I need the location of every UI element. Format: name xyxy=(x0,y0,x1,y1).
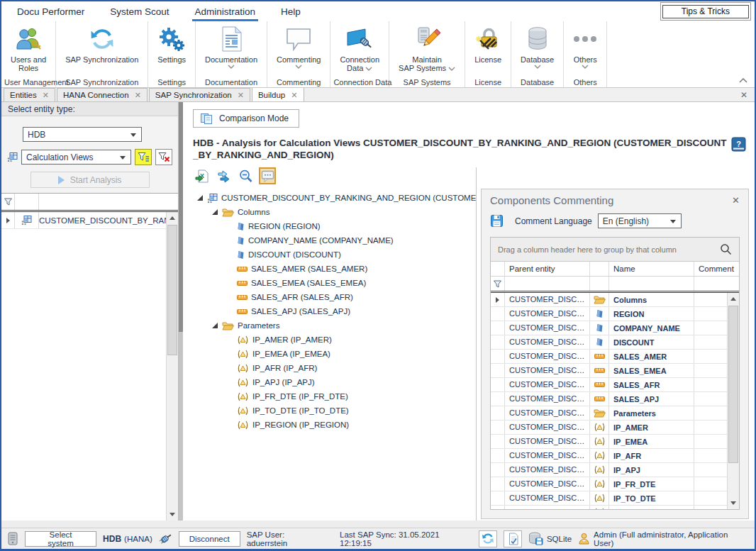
cell-comment[interactable] xyxy=(694,392,727,406)
tree-item-sales-afr[interactable]: SALES_AFR (SALES_AFR) xyxy=(193,290,476,304)
menu-item-system-scout[interactable]: System Scout xyxy=(107,1,172,21)
tab-close-icon[interactable]: ✕ xyxy=(291,91,297,99)
ribbon-group-database[interactable]: DatabaseDatabase xyxy=(511,21,564,87)
tab-close-icon[interactable]: ✕ xyxy=(238,91,244,99)
menu-item-administration[interactable]: Administration xyxy=(192,1,259,21)
ribbon-group-sap-systems[interactable]: Maintain SAP SystemsSAP Systems xyxy=(389,21,465,87)
toolbar-excel-export-button[interactable]: X xyxy=(193,167,210,184)
comment-row-columns[interactable]: CUSTOMER_DISCOUNT_BY_RANKING_AND_REGIONC… xyxy=(491,293,727,307)
cell-comment[interactable] xyxy=(694,406,727,420)
tree-item-parameters[interactable]: Parameters xyxy=(193,318,476,333)
panel-close-icon[interactable]: ✕ xyxy=(732,195,740,206)
ribbon-collapse-icon[interactable] xyxy=(739,78,747,83)
scroll-up-icon[interactable] xyxy=(167,212,178,224)
entity-grid-scrollbar[interactable] xyxy=(166,212,178,521)
toolbar-compare-button[interactable] xyxy=(215,167,232,184)
group-by-bar[interactable]: Drag a column header here to group by th… xyxy=(491,238,739,262)
ribbon-group-commenting[interactable]: CommentingCommenting xyxy=(267,21,330,87)
apply-filter-button[interactable] xyxy=(135,149,152,165)
comment-row-ip-to-dte[interactable]: CUSTOMER_DISCOUNT_BY_RANKING_AND_REGIONI… xyxy=(491,491,727,506)
comment-row-region[interactable]: CUSTOMER_DISCOUNT_BY_RANKING_AND_REGIONR… xyxy=(491,307,727,321)
ribbon-group-settings[interactable]: SettingsSettings xyxy=(148,21,196,87)
comment-row-sales-afr[interactable]: CUSTOMER_DISCOUNT_BY_RANKING_AND_REGIONS… xyxy=(491,378,727,392)
scroll-up-icon[interactable] xyxy=(728,293,739,305)
tree-expander-icon[interactable] xyxy=(212,323,218,328)
entity-grid-filter-row[interactable] xyxy=(1,194,178,212)
tree-item-columns[interactable]: Columns xyxy=(193,205,476,219)
tab-hana-connection[interactable]: HANA Connection✕ xyxy=(57,88,148,101)
tabbar-close-icon[interactable]: ✕ xyxy=(740,90,747,100)
menu-item-help[interactable]: Help xyxy=(278,1,304,21)
funnel-icon[interactable] xyxy=(493,279,502,289)
cell-comment[interactable] xyxy=(694,491,727,505)
ribbon-group-documentation[interactable]: DocumentationDocumentation xyxy=(196,21,267,87)
save-icon[interactable] xyxy=(490,214,504,228)
tree-item-ip-apj[interactable]: IP_APJ (IP_APJ) xyxy=(193,375,476,389)
cell-comment[interactable] xyxy=(694,307,727,321)
ribbon-group-others[interactable]: OthersOthers xyxy=(564,21,607,87)
start-analysis-button[interactable]: Start Analysis xyxy=(30,172,150,188)
tree-item-sales-amer[interactable]: SALES_AMER (SALES_AMER) xyxy=(193,262,476,276)
comments-grid-filter-row[interactable] xyxy=(491,277,739,293)
entity-type-select[interactable]: Calculation Views xyxy=(21,150,131,165)
cell-comment[interactable] xyxy=(694,378,727,391)
tree-expander-icon[interactable] xyxy=(197,195,203,201)
scroll-thumb[interactable] xyxy=(728,306,738,463)
scroll-down-icon[interactable] xyxy=(728,497,739,509)
ribbon-group-license[interactable]: LicenseLicense xyxy=(465,21,511,87)
tree-item-ip-fr-dte[interactable]: IP_FR_DTE (IP_FR_DTE) xyxy=(193,389,476,403)
select-system-button[interactable]: Select system xyxy=(25,531,96,547)
comment-row-sales-apj[interactable]: CUSTOMER_DISCOUNT_BY_RANKING_AND_REGIONS… xyxy=(491,392,727,406)
ribbon-group-user-management[interactable]: Users and RolesUser Management xyxy=(1,21,56,87)
scroll-down-icon[interactable] xyxy=(167,508,178,521)
column-header-parent-entity[interactable]: Parent entity xyxy=(505,262,590,276)
tree-item-ip-afr[interactable]: IP_AFR (IP_AFR) xyxy=(193,361,476,375)
ribbon-group-sap-synchronization[interactable]: SAP SynchronizationSAP Synchronization xyxy=(56,21,148,87)
help-icon[interactable]: ? xyxy=(731,137,746,152)
comment-row-discount[interactable]: CUSTOMER_DISCOUNT_BY_RANKING_AND_REGIOND… xyxy=(491,335,727,350)
comment-row-ip-region[interactable]: CUSTOMER_DISCOUNT_BY_RANKING_AND_REGIONI… xyxy=(491,506,727,509)
tree-item-ip-to-dte[interactable]: IP_TO_DTE (IP_TO_DTE) xyxy=(193,403,476,418)
comment-row-ip-amer[interactable]: CUSTOMER_DISCOUNT_BY_RANKING_AND_REGIONI… xyxy=(491,421,727,435)
tab-entities[interactable]: Entities✕ xyxy=(4,88,55,101)
search-icon[interactable] xyxy=(720,243,732,255)
cell-comment[interactable] xyxy=(694,477,727,491)
cell-comment[interactable] xyxy=(694,364,727,377)
cell-comment[interactable] xyxy=(694,435,727,448)
tab-buildup[interactable]: Buildup✕ xyxy=(252,87,304,101)
comment-row-ip-fr-dte[interactable]: CUSTOMER_DISCOUNT_BY_RANKING_AND_REGIONI… xyxy=(491,477,727,491)
tab-close-icon[interactable]: ✕ xyxy=(43,91,49,99)
column-header-comment[interactable]: Comment xyxy=(694,262,739,276)
cell-comment[interactable] xyxy=(694,293,727,306)
cell-comment[interactable] xyxy=(694,449,727,462)
comment-row-sales-amer[interactable]: CUSTOMER_DISCOUNT_BY_RANKING_AND_REGIONS… xyxy=(491,350,727,364)
tree-item-discount[interactable]: DISCOUNT (DISCOUNT) xyxy=(193,247,476,262)
tree-item-company-name[interactable]: COMPANY_NAME (COMPANY_NAME) xyxy=(193,233,476,247)
tips-tricks-button[interactable]: Tips & Tricks xyxy=(662,5,749,18)
menu-item-docu-performer[interactable]: Docu Performer xyxy=(14,1,87,21)
cell-comment[interactable] xyxy=(694,506,727,509)
comment-row-ip-emea[interactable]: CUSTOMER_DISCOUNT_BY_RANKING_AND_REGIONI… xyxy=(491,435,727,449)
tree-item-sales-emea[interactable]: SALES_EMEA (SALES_EMEA) xyxy=(193,276,476,290)
toolbar-zoom-out-button[interactable] xyxy=(237,167,254,184)
cell-comment[interactable] xyxy=(694,321,727,335)
comment-row-company-name[interactable]: CUSTOMER_DISCOUNT_BY_RANKING_AND_REGIONC… xyxy=(491,321,727,335)
tree-item-region[interactable]: REGION (REGION) xyxy=(193,219,476,233)
tree-item-ip-region[interactable]: IP_REGION (IP_REGION) xyxy=(193,418,476,432)
comment-row-parameters[interactable]: CUSTOMER_DISCOUNT_BY_RANKING_AND_REGIONP… xyxy=(491,406,727,421)
comparison-mode-button[interactable]: Comparison Mode xyxy=(193,109,299,128)
sync-refresh-button[interactable] xyxy=(479,530,497,547)
system-select[interactable]: HDB xyxy=(23,127,142,142)
report-button[interactable] xyxy=(504,530,522,547)
comment-language-select[interactable]: En (English) xyxy=(598,213,682,228)
funnel-icon[interactable] xyxy=(4,197,13,206)
cell-comment[interactable] xyxy=(694,421,727,434)
tab-close-icon[interactable]: ✕ xyxy=(135,91,141,99)
column-header-name[interactable]: Name xyxy=(609,262,694,276)
cell-comment[interactable] xyxy=(694,350,727,363)
cell-comment[interactable] xyxy=(694,463,727,477)
cell-comment[interactable] xyxy=(694,335,727,349)
clear-filter-button[interactable] xyxy=(155,149,172,165)
entity-grid-row[interactable]: CUSTOMER_DISCOUNT_BY_RANKING_AND_REGION xyxy=(1,212,166,229)
ribbon-group-connection-data[interactable]: Connection DataConnection Data xyxy=(330,21,389,87)
